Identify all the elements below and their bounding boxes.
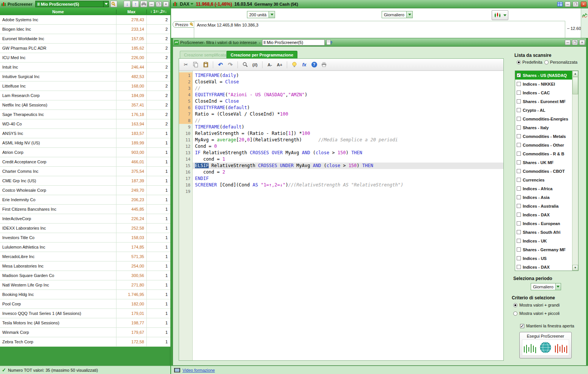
price-pane-button[interactable]: Prezzo bbox=[173, 21, 197, 28]
table-row[interactable]: Pool Corp182,001 bbox=[0, 299, 170, 309]
code-line[interactable]: EQUITYFRAME("Azioni - US (NASDAQ","AMZN"… bbox=[193, 92, 503, 98]
code-line[interactable]: SCREENER [Cond](Cond AS "1=↑,2=↓")//(Rel… bbox=[193, 182, 503, 188]
table-row[interactable]: ANSYS Inc183,571 bbox=[0, 129, 170, 138]
column-header-cond[interactable]: ↕ 1=↑,2=↓ bbox=[147, 9, 170, 14]
table-row[interactable]: Invesco QQQ Trust Series 1 (All Sessions… bbox=[0, 309, 170, 318]
checkbox-icon[interactable] bbox=[517, 213, 521, 217]
table-row[interactable]: First Citizens Bancshares Inc445,851 bbox=[0, 205, 170, 214]
code-lines[interactable]: TIMEFRAME(daily)CloseVal = Close//EQUITY… bbox=[193, 71, 503, 360]
table-row[interactable]: Euronet Worldwide Inc157,052 bbox=[0, 34, 170, 44]
table-row[interactable]: Tesla Motors Inc (All Sessions)198,771 bbox=[0, 318, 170, 328]
checkbox-icon[interactable] bbox=[517, 108, 521, 112]
checkbox-icon[interactable] bbox=[517, 265, 521, 269]
table-row[interactable]: Costco Wholesale Corp249,701 bbox=[0, 186, 170, 195]
checkbox-icon[interactable] bbox=[517, 186, 521, 191]
tab-creazione-programmazione[interactable]: Creazione per Programmazione bbox=[226, 51, 297, 58]
scan-list-item[interactable]: Crypto - AL bbox=[515, 106, 572, 114]
chevron-down-icon[interactable] bbox=[269, 11, 275, 18]
table-row[interactable]: Intuitive Surgical Inc482,532 bbox=[0, 72, 170, 81]
table-row[interactable]: Lam Research Corp184,092 bbox=[0, 91, 170, 100]
radio-mostra-grandi[interactable]: Mostra valori + grandi bbox=[513, 303, 560, 307]
run-proscreener-button[interactable]: Esegui ProScreener bbox=[519, 332, 572, 358]
chart-type-button[interactable] bbox=[492, 10, 508, 20]
code-line[interactable]: cond = 2 bbox=[193, 169, 503, 175]
scroll-thumb[interactable] bbox=[572, 77, 578, 94]
table-row[interactable]: ASML Hldg NV (US)189,991 bbox=[0, 138, 170, 148]
scan-list-item[interactable]: Indices - UK bbox=[515, 236, 572, 245]
redo-button[interactable]: ↷ bbox=[226, 61, 234, 69]
table-row[interactable]: Charter Comms Inc375,541 bbox=[0, 167, 170, 176]
keep-window-open-checkbox[interactable]: ✓ Mantieni la finestra aperta bbox=[520, 324, 574, 328]
scroll-down-button[interactable]: ▼ bbox=[572, 265, 578, 271]
table-view-icon[interactable] bbox=[557, 2, 563, 6]
scan-list-item[interactable]: Currencies bbox=[515, 175, 572, 184]
undo-button[interactable]: ↶ bbox=[217, 61, 224, 69]
radio-icon[interactable] bbox=[513, 303, 517, 307]
minimize-button[interactable]: ─ bbox=[149, 2, 154, 7]
checkbox-icon[interactable] bbox=[517, 256, 521, 260]
radio-mostra-piccoli[interactable]: Mostra valori + piccoli bbox=[513, 311, 560, 316]
table-row[interactable]: InterActiveCorp226,241 bbox=[0, 214, 170, 224]
code-line[interactable]: Cond = 0 bbox=[193, 143, 503, 150]
table-row[interactable]: Booking Hldg Inc1.746,951 bbox=[0, 290, 170, 299]
table-row[interactable]: GW Pharmas PLC ADR185,622 bbox=[0, 44, 170, 53]
checkbox-icon[interactable] bbox=[517, 169, 521, 173]
hint-button[interactable] bbox=[291, 61, 298, 69]
price-chart-frame[interactable]: Anno:Max 12.465,8 Min 10.386,3 bbox=[194, 21, 565, 38]
checkbox-icon[interactable]: ✓ bbox=[517, 73, 521, 77]
table-row[interactable]: IDEXX Laboratories Inc252,581 bbox=[0, 224, 170, 233]
scan-list-item[interactable]: Commodities - Other bbox=[515, 141, 572, 149]
comment-button[interactable]: (//) bbox=[251, 61, 259, 69]
pro-maximize-button[interactable]: ❐ bbox=[572, 40, 578, 45]
scan-list-item[interactable]: Indices - European bbox=[515, 219, 572, 228]
checkbox-icon[interactable] bbox=[517, 125, 521, 130]
font-larger-button[interactable]: A+ bbox=[276, 61, 283, 69]
checkbox-icon[interactable] bbox=[517, 221, 521, 225]
radio-icon[interactable] bbox=[513, 311, 517, 316]
column-header-name[interactable]: Nome bbox=[0, 9, 116, 14]
chart-minimize-button[interactable]: ─ bbox=[565, 2, 571, 7]
units-select[interactable]: 200 unità bbox=[247, 11, 275, 18]
screener-name-input[interactable] bbox=[262, 39, 325, 45]
code-line[interactable]: RelativeStrength = (Ratio - Ratio[1]) *1… bbox=[193, 130, 503, 137]
checkbox-icon[interactable] bbox=[517, 160, 521, 164]
list-scrollbar[interactable]: ▲ ▼ bbox=[572, 71, 578, 271]
scan-list-item[interactable]: Indices - DAX bbox=[515, 210, 572, 219]
chevron-down-icon[interactable] bbox=[103, 1, 108, 7]
table-row[interactable]: WD-40 Co163,942 bbox=[0, 119, 170, 129]
code-line[interactable]: cond = 1 bbox=[193, 156, 503, 163]
table-row[interactable]: CME Grp Inc (US)187,391 bbox=[0, 176, 170, 186]
scan-list-item[interactable]: ✓Shares - US (NASDAQ bbox=[515, 71, 572, 80]
scan-list-item[interactable]: Shares - Euronext MF bbox=[515, 97, 572, 106]
function-library-button[interactable]: fx bbox=[300, 61, 308, 69]
copy-button[interactable] bbox=[192, 61, 200, 69]
code-line[interactable]: MyAvg = average[20,0](RelativeStrength) … bbox=[193, 137, 503, 143]
scan-list-item[interactable]: Shares - Italy bbox=[515, 123, 572, 132]
table-row[interactable]: Investors Title Co158,031 bbox=[0, 233, 170, 243]
radio-predefinita[interactable]: Predefinita bbox=[517, 60, 542, 64]
paste-button[interactable] bbox=[202, 61, 209, 69]
checkbox-icon[interactable] bbox=[517, 204, 521, 208]
move-down-button[interactable]: ↓ bbox=[124, 1, 130, 7]
scan-list-item[interactable]: Commodities - R & B bbox=[515, 149, 572, 158]
scan-list-item[interactable]: Commodities - CBOT bbox=[515, 167, 572, 175]
checkbox-icon[interactable] bbox=[517, 195, 521, 199]
move-up-button[interactable]: ↑ bbox=[132, 1, 139, 7]
code-line[interactable]: // bbox=[193, 85, 503, 92]
radio-icon[interactable] bbox=[544, 60, 549, 64]
code-line[interactable]: CloseInd = Close bbox=[193, 98, 503, 105]
radio-personalizzata[interactable]: Personalizzata bbox=[544, 60, 577, 64]
scroll-up-button[interactable]: ▲ bbox=[572, 71, 578, 77]
checkbox-icon[interactable] bbox=[517, 230, 521, 234]
scan-list-item[interactable]: Commodities-Energies bbox=[515, 114, 572, 123]
checkbox-icon[interactable] bbox=[517, 239, 521, 243]
chevron-down-icon[interactable] bbox=[406, 11, 412, 18]
maximize-button[interactable]: ❐ bbox=[156, 2, 162, 7]
help-button[interactable]: ? bbox=[310, 61, 318, 69]
cut-button[interactable]: ✂ bbox=[182, 61, 190, 69]
video-formazione-link[interactable]: Video formazione bbox=[182, 368, 215, 372]
checkbox-icon[interactable] bbox=[517, 134, 521, 138]
screener-dropdown[interactable]: Il Mio ProScreener(5) bbox=[35, 1, 109, 7]
scan-list-item[interactable]: Indices - Africa bbox=[515, 184, 572, 193]
instrument-symbol[interactable]: DAX bbox=[180, 2, 193, 7]
